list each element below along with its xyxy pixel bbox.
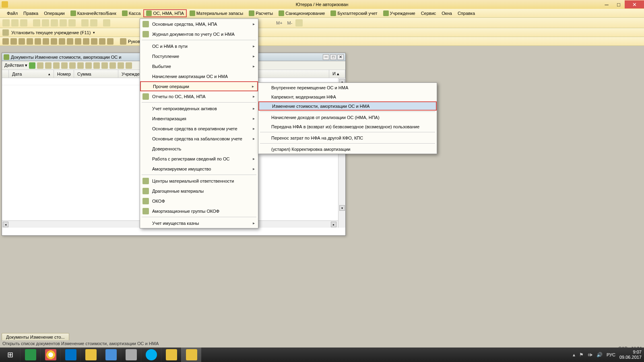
- taskbar-skype[interactable]: [141, 348, 161, 362]
- dt-copy[interactable]: [37, 62, 43, 69]
- dt-add[interactable]: [29, 62, 35, 69]
- menu-item-journal[interactable]: Журнал документов по учету ОС и НМА: [140, 29, 258, 39]
- dt-more4[interactable]: [126, 62, 132, 69]
- submenu-item-deprecated[interactable]: (устарел) Корректировка амортизации: [258, 144, 437, 154]
- menu-item-amortization[interactable]: Начисление амортизации ОС и НМА: [140, 71, 258, 81]
- doc-close-button[interactable]: ✕: [337, 54, 344, 60]
- start-button[interactable]: ⊞: [0, 348, 20, 362]
- col-number[interactable]: Номер: [54, 70, 74, 78]
- dt-edit[interactable]: [45, 62, 52, 69]
- menu-service[interactable]: Сервис: [418, 10, 439, 17]
- tool-new[interactable]: [2, 19, 10, 27]
- menu-operations[interactable]: Операции: [41, 10, 67, 17]
- qt-10[interactable]: [75, 38, 81, 45]
- taskbar-1c-1[interactable]: [80, 348, 101, 362]
- doc-minimize-button[interactable]: ─: [323, 54, 329, 60]
- menu-cash[interactable]: Касса: [119, 9, 144, 17]
- tool-undo[interactable]: [81, 19, 89, 27]
- tool-preview[interactable]: [68, 19, 76, 27]
- qt-1[interactable]: [2, 38, 9, 45]
- tool-copy[interactable]: [42, 19, 49, 27]
- menu-accounting[interactable]: Бухгалтерский учет: [328, 9, 380, 17]
- menu-calc[interactable]: Расчеты: [246, 9, 276, 17]
- scroll-down-icon[interactable]: ▾: [339, 205, 345, 211]
- menu-item-amort-prop[interactable]: Амортизируемое имущество▸: [140, 164, 258, 174]
- qt-9[interactable]: [67, 38, 73, 45]
- tray-flag-icon[interactable]: ⚑: [579, 352, 584, 358]
- tool-open[interactable]: [11, 19, 19, 27]
- menu-item-okof[interactable]: ОКОФ: [140, 196, 258, 206]
- menu-help[interactable]: Справка: [455, 10, 478, 17]
- qt-3[interactable]: [19, 38, 25, 45]
- tool-cut[interactable]: [33, 19, 40, 27]
- taskbar-1c-2[interactable]: [161, 348, 181, 362]
- menu-sanction[interactable]: Санкционирование: [276, 9, 328, 17]
- dt-go[interactable]: [69, 62, 76, 69]
- dt-more1[interactable]: [101, 62, 108, 69]
- dt-more3[interactable]: [118, 62, 124, 69]
- tool-print[interactable]: [60, 19, 67, 27]
- menu-item-in-transit[interactable]: ОС и НМА в пути▸: [140, 41, 258, 51]
- close-button[interactable]: ✕: [625, 0, 644, 8]
- dt-filter[interactable]: [77, 62, 84, 69]
- menu-item-nonprod[interactable]: Учет непроизведенных активов▸: [140, 103, 258, 113]
- submenu-item-revenue[interactable]: Начисление доходов от реализации ОС (НМА…: [258, 113, 437, 122]
- doc-maximize-button[interactable]: □: [330, 54, 336, 60]
- menu-item-receipt[interactable]: Поступление▸: [140, 51, 258, 61]
- qt-6[interactable]: [43, 38, 49, 45]
- tool-redo[interactable]: [90, 19, 97, 27]
- submenu-item-cost-transfer[interactable]: Перенос затрат по НФА на другой КФО, КПС: [258, 133, 437, 142]
- qt-2[interactable]: [10, 38, 17, 45]
- qt-14[interactable]: [107, 38, 114, 45]
- menu-item-centers[interactable]: Центры материальной ответственности: [140, 176, 258, 186]
- menu-item-amort-groups[interactable]: Амортизационные группы ОКОФ: [140, 206, 258, 216]
- tray-network-icon[interactable]: 🕪: [588, 352, 592, 358]
- qt-13[interactable]: [99, 38, 105, 45]
- menu-edit[interactable]: Правка: [21, 10, 41, 17]
- menu-item-other-ops[interactable]: Прочие операции▸: [140, 81, 258, 91]
- doc-actions-button[interactable]: Действия ▾: [4, 63, 27, 68]
- menu-materials[interactable]: Материальные запасы: [187, 9, 246, 17]
- menu-item-disposal[interactable]: Выбытие▸: [140, 61, 258, 71]
- col-org[interactable]: Учрежде: [118, 70, 142, 78]
- taskbar-store[interactable]: [20, 348, 40, 362]
- col-date[interactable]: Дата▴: [9, 70, 54, 78]
- tool-save[interactable]: [20, 19, 27, 27]
- taskbar-chrome[interactable]: [40, 348, 60, 362]
- menu-file[interactable]: Файл: [4, 10, 21, 17]
- menu-item-inventory[interactable]: Инвентаризация▸: [140, 113, 258, 123]
- tray-clock[interactable]: 9:07 09.06.2017: [619, 350, 642, 360]
- tool-search[interactable]: [103, 19, 110, 27]
- menu-treasury[interactable]: Казначейство/Банк: [68, 9, 119, 17]
- qt-7[interactable]: [51, 38, 57, 45]
- dt-sort[interactable]: [85, 62, 92, 69]
- col-ia[interactable]: И ▴: [329, 70, 345, 78]
- taskbar-app1[interactable]: [101, 348, 121, 362]
- qt-12[interactable]: [91, 38, 97, 45]
- menu-item-operative[interactable]: Основные средства в оперативном учете▸: [140, 123, 258, 134]
- tray-sound-icon[interactable]: 🔊: [597, 352, 603, 358]
- calc-mminus[interactable]: M-: [287, 21, 293, 25]
- menu-institution[interactable]: Учреждение: [380, 9, 418, 17]
- menu-item-proxy[interactable]: Доверенность: [140, 144, 258, 154]
- scroll-right-icon[interactable]: ▸: [331, 222, 336, 227]
- menu-item-registers[interactable]: Работа с регистрами сведений по ОС▸: [140, 154, 258, 164]
- maximize-button[interactable]: □: [613, 0, 625, 8]
- tray-up-icon[interactable]: ▴: [573, 352, 575, 358]
- taskbar-app2[interactable]: [121, 348, 141, 362]
- menu-windows[interactable]: Окна: [439, 10, 455, 17]
- submenu-item-cost-change[interactable]: Изменение стоимости, амортизации ОС и НМ…: [258, 101, 437, 111]
- minimize-button[interactable]: ─: [601, 0, 613, 8]
- tray-lang[interactable]: РУС: [607, 352, 615, 357]
- dt-refresh[interactable]: [61, 62, 68, 69]
- scroll-left-icon[interactable]: ◂: [3, 222, 8, 227]
- menu-item-reports[interactable]: Отчеты по ОС, НМА, НПА▸: [140, 91, 258, 101]
- submenu-item-internal-move[interactable]: Внутреннее перемещение ОС и НМА: [258, 83, 437, 92]
- institution-set-label[interactable]: Установить текущее учреждение (F11): [11, 30, 91, 35]
- qt-11[interactable]: [83, 38, 89, 45]
- qt-15[interactable]: [120, 38, 126, 45]
- submenu-item-transfer-nfa[interactable]: Передача НФА в (возврат из) безвозмездно…: [258, 122, 437, 131]
- dt-more2[interactable]: [109, 62, 116, 69]
- taskbar-1c-active[interactable]: [181, 348, 201, 362]
- mdi-tab[interactable]: Документы Изменение сто...: [2, 333, 69, 341]
